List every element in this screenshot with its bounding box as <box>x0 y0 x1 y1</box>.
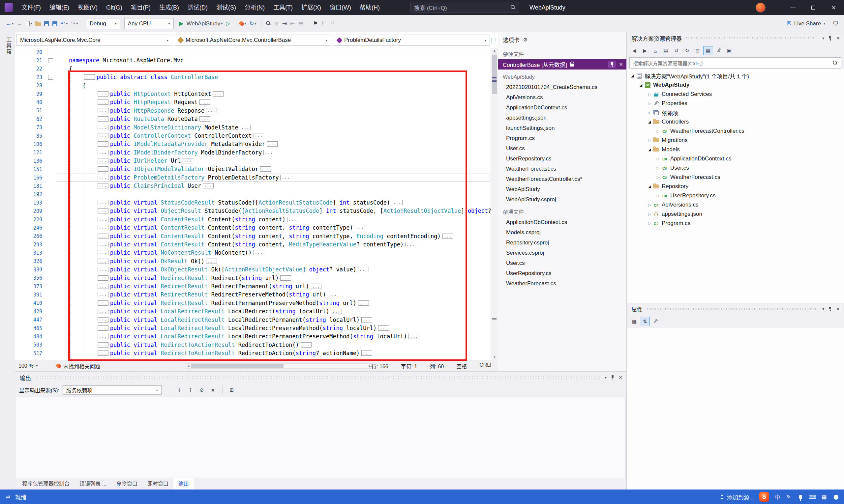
code-line[interactable]: 209...public virtual ObjectResult Status… <box>15 207 490 215</box>
refresh-button[interactable]: ↻ <box>682 46 692 55</box>
code-line[interactable]: 429...public virtual LocalRedirectResult… <box>15 307 490 316</box>
next-bookmark-button[interactable]: ⚐ <box>328 18 336 30</box>
code-line[interactable]: 29...public HttpContext HttpContext... <box>15 90 490 98</box>
open-file-button[interactable] <box>34 18 42 30</box>
collapsed-region-box[interactable]: ... <box>98 325 108 331</box>
collapsed-region-box[interactable]: ... <box>254 250 264 255</box>
tree-item[interactable]: ▷WeatherForecast.cs <box>627 173 844 182</box>
notification-bell-icon[interactable] <box>833 493 839 500</box>
collapse-all-button[interactable]: ⊟ <box>693 46 703 55</box>
collapsed-arrow-icon[interactable]: ▷ <box>647 138 652 143</box>
document-tab[interactable]: ApplicationDbContext.cs <box>498 217 626 227</box>
collapsed-region-box[interactable]: ... <box>311 284 322 289</box>
background-tasks-icon[interactable]: ⇄ <box>5 493 11 500</box>
collapsed-region-box[interactable]: ... <box>98 317 108 323</box>
expanded-arrow-icon[interactable]: ◢ <box>647 120 652 124</box>
solution-explorer-header[interactable]: 解决方案资源管理器 ▾ ✕ <box>627 32 844 44</box>
code-line[interactable]: 356...public virtual RedirectResult Redi… <box>15 274 490 282</box>
menu-item[interactable]: 测试(S) <box>212 0 240 15</box>
drag-grip[interactable] <box>35 376 601 379</box>
tree-item[interactable]: ▷ApiVersions.cs <box>627 200 844 210</box>
collapsed-region-box[interactable]: ... <box>98 275 108 281</box>
forward-button[interactable]: ▶ <box>640 46 650 55</box>
restart-button[interactable]: ↻▾ <box>247 18 258 30</box>
collapsed-region-box[interactable]: ... <box>358 267 369 272</box>
collapsed-region-box[interactable]: ... <box>98 334 108 339</box>
indent-button[interactable]: ⇥ <box>280 18 289 30</box>
code-line[interactable]: 166...public ProblemDetailsFactory Probl… <box>15 174 490 182</box>
preview-selected-items-button[interactable]: ▣ <box>724 46 734 55</box>
platform-dropdown[interactable]: Any CPU▾ <box>124 18 174 29</box>
previous-message-button[interactable]: ⇡ <box>186 385 195 395</box>
clear-all-button[interactable]: ⊘ <box>197 385 207 395</box>
collapsed-arrow-icon[interactable]: ▷ <box>655 129 661 133</box>
code-line[interactable]: 51...public HttpResponse Response... <box>15 107 490 115</box>
tree-item[interactable]: ▷Connected Services <box>627 90 844 99</box>
collapsed-region-box[interactable]: ... <box>213 91 224 96</box>
collapsed-region-box[interactable]: ... <box>328 292 339 297</box>
collapsed-arrow-icon[interactable]: ▷ <box>655 175 661 180</box>
hot-reload-button[interactable]: ▾ <box>238 18 247 30</box>
navigate-backward-button[interactable]: ←▾ <box>4 18 15 30</box>
show-threads-button[interactable]: ≣ <box>273 18 280 30</box>
menu-item[interactable]: 窗口(W) <box>325 0 356 15</box>
collapsed-region-box[interactable]: ... <box>98 309 108 314</box>
document-health-indicator[interactable]: 未找到相关问题 <box>57 362 100 370</box>
collapsed-region-box[interactable]: ... <box>98 217 108 222</box>
word-wrap-button[interactable]: ≡ <box>208 385 218 395</box>
collapsed-region-box[interactable]: ... <box>98 258 108 264</box>
code-line[interactable]: 62...public RouteData RouteData... <box>15 115 490 123</box>
collapsed-region-box[interactable]: ... <box>98 301 108 306</box>
code-line[interactable]: 73...public ModelStateDictionary ModelSt… <box>15 124 490 132</box>
code-line[interactable]: 181...public ClaimsPrincipal User... <box>15 182 490 190</box>
scroll-down-arrow-icon[interactable]: ▼ <box>491 355 498 360</box>
spaces-indicator[interactable]: 空格 <box>456 362 467 370</box>
save-all-button[interactable] <box>51 18 59 30</box>
code-line[interactable]: 21-namespace Microsoft.AspNetCore.Mvc <box>15 56 490 65</box>
solution-explorer-search-box[interactable]: 搜索解决方案资源管理器(Ctrl+;) <box>630 57 841 69</box>
document-tab[interactable]: Services.csproj <box>498 248 626 258</box>
pin-icon[interactable] <box>828 36 832 41</box>
drag-grip[interactable] <box>686 37 818 39</box>
menu-item[interactable]: 编辑(E) <box>45 0 73 15</box>
code-line[interactable]: 313...public virtual NoContentResult NoC… <box>15 249 490 257</box>
document-tab[interactable]: 20221020101704_CreateSchema.cs <box>498 82 626 92</box>
collapsed-region-box[interactable]: ... <box>254 133 264 138</box>
code-line[interactable]: 229...public virtual ContentResult Conte… <box>15 215 490 224</box>
collapsed-region-box[interactable]: ... <box>392 200 402 205</box>
collapsed-region-box[interactable]: ... <box>240 125 251 130</box>
collapsed-region-box[interactable]: ... <box>361 317 372 323</box>
collapsed-region-box[interactable]: ... <box>301 342 312 347</box>
find-message-button[interactable]: ⇣ <box>174 385 184 395</box>
save-button[interactable] <box>42 18 51 30</box>
alphabetical-sort-button[interactable]: ⇅ <box>640 317 650 326</box>
collapsed-arrow-icon[interactable]: ▷ <box>647 92 652 96</box>
menu-item[interactable]: 项目(P) <box>126 0 155 15</box>
collapsed-arrow-icon[interactable]: ▷ <box>647 102 652 106</box>
pin-icon[interactable] <box>828 306 832 312</box>
collapsed-region-box[interactable]: ... <box>280 175 291 180</box>
collapsed-region-box[interactable]: ... <box>98 91 108 96</box>
microphone-icon[interactable] <box>797 493 804 500</box>
tree-item[interactable]: ▷依赖项 <box>627 108 844 117</box>
vertical-scrollbar[interactable]: ▲ ▼ <box>490 48 498 360</box>
code-text-area[interactable]: 2021-namespace Microsoft.AspNetCore.Mvc2… <box>15 48 490 360</box>
collapsed-region-box[interactable]: ... <box>98 125 108 130</box>
tree-item[interactable]: ◢解决方案"WebApiStudy"(1 个项目/共 1 个) <box>627 71 844 80</box>
start-without-debugging-button[interactable]: ▷ <box>224 18 232 30</box>
collapsed-region-box[interactable]: ... <box>98 158 108 163</box>
document-tab[interactable]: Repository.csproj <box>498 237 626 248</box>
close-button[interactable]: ✕ <box>824 0 844 15</box>
menu-item[interactable]: 扩展(X) <box>297 0 325 15</box>
tree-item[interactable]: ◢Controllers <box>627 117 844 126</box>
close-icon[interactable]: ✕ <box>836 36 840 41</box>
tree-item[interactable]: ◢WebApiStudy <box>627 80 844 90</box>
code-line[interactable]: 465...public virtual LocalRedirectResult… <box>15 324 490 332</box>
code-line[interactable]: 326...public virtual OkResult Ok()... <box>15 257 490 266</box>
tree-item[interactable]: ▷UserRepository.cs <box>627 191 844 200</box>
drag-grip[interactable] <box>647 308 818 310</box>
menu-item[interactable]: 工具(T) <box>269 0 297 15</box>
collapsed-arrow-icon[interactable]: ▷ <box>655 157 661 161</box>
collapsed-region-box[interactable]: ... <box>206 108 217 113</box>
code-line[interactable]: 410...public virtual RedirectResult Redi… <box>15 299 490 307</box>
